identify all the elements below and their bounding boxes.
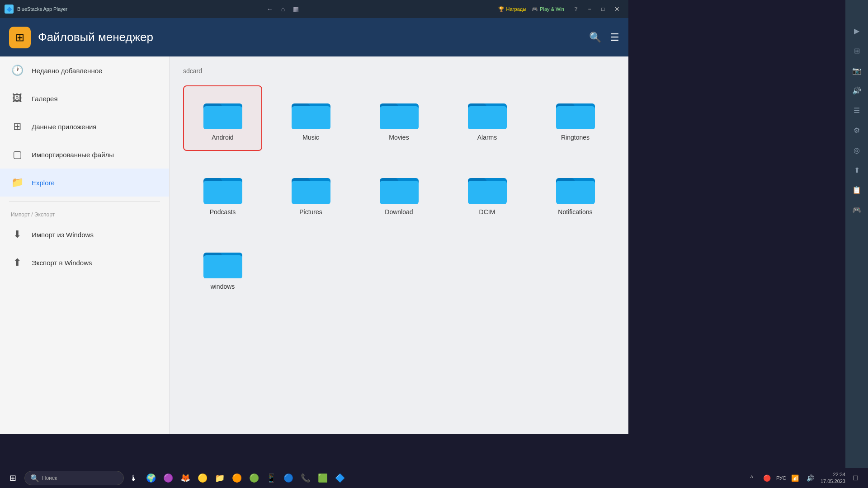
awards-label: Награды	[506, 6, 527, 12]
rs-btn-6[interactable]: ⚙	[849, 122, 865, 138]
taskbar-clock[interactable]: 22:34 17.05.2023	[821, 471, 845, 485]
taskbar-icon-bs[interactable]: 🔷	[332, 470, 348, 486]
taskbar-icon-12[interactable]: 🟩	[315, 470, 331, 486]
maximize-button[interactable]: □	[597, 3, 609, 15]
play-win-section: 🎮 Play & Win	[532, 6, 564, 12]
sidebar-divider	[9, 201, 160, 202]
main-content: sdcard Android Music	[170, 56, 628, 434]
top-bar-nav: ← ⌂ ▦	[264, 4, 301, 14]
taskbar-icon-6[interactable]: 📁	[212, 470, 228, 486]
folder-icon-windows	[203, 244, 243, 278]
folder-name-download: Download	[385, 208, 413, 216]
rs-btn-5[interactable]: ☰	[849, 102, 865, 118]
svg-rect-5	[380, 106, 419, 129]
folder-icon-podcasts	[203, 170, 243, 204]
sidebar-recent-label: Недавно добавленное	[32, 67, 102, 75]
folder-item-music[interactable]: Music	[271, 85, 350, 151]
sort-button[interactable]: ☰	[610, 32, 619, 43]
folder-item-pictures[interactable]: Pictures	[271, 160, 350, 225]
close-button[interactable]: ✕	[610, 3, 624, 15]
folder-icon-android	[203, 95, 243, 129]
search-button[interactable]: 🔍	[589, 32, 601, 43]
folder-item-dcim[interactable]: DCIM	[448, 160, 527, 225]
folder-item-alarms[interactable]: Alarms	[448, 85, 527, 151]
taskbar-time: 22:34	[833, 471, 845, 478]
taskbar-icon-7[interactable]: 🟠	[229, 470, 245, 486]
rs-btn-7[interactable]: ◎	[849, 142, 865, 158]
taskbar-icon-9[interactable]: 📱	[263, 470, 279, 486]
taskbar-icon-2[interactable]: 🌍	[143, 470, 159, 486]
folder-name-podcasts: Podcasts	[210, 208, 236, 216]
recent-icon: 🕐	[11, 65, 24, 76]
svg-rect-11	[203, 181, 242, 204]
folder-name-music: Music	[302, 134, 319, 141]
sidebar-item-appdata[interactable]: ⊞ Данные приложения	[0, 113, 169, 141]
tray-volume-icon[interactable]: 🔊	[804, 472, 817, 484]
import-export-section-label: Импорт / Экспорт	[0, 206, 169, 221]
folder-item-windows[interactable]: windows	[183, 235, 262, 300]
taskbar-icon-10[interactable]: 🔵	[280, 470, 297, 486]
rs-btn-2[interactable]: ⊞	[849, 42, 865, 59]
taskbar-icon-11[interactable]: 📞	[297, 470, 314, 486]
taskbar-icon-1[interactable]: 🌡	[126, 470, 142, 486]
sidebar-appdata-label: Данные приложения	[32, 123, 96, 131]
folder-name-android: Android	[212, 134, 233, 141]
rs-btn-1[interactable]: ▶	[849, 23, 865, 39]
folder-item-notifications[interactable]: Notifications	[536, 160, 615, 225]
folder-name-pictures: Pictures	[299, 208, 322, 216]
svg-rect-19	[556, 181, 595, 204]
tray-up-icon[interactable]: ^	[745, 472, 758, 484]
sidebar-item-import[interactable]: ⬇ Импорт из Windows	[0, 221, 169, 249]
rs-btn-3[interactable]: 📷	[849, 62, 865, 79]
breadcrumb: sdcard	[183, 67, 615, 75]
taskbar: ⊞ 🔍 Поиск 🌡 🌍 🟣 🦊 🟡 📁 🟠 🟢 📱 🔵 📞 🟩 🔷 ^ 🔴 …	[0, 468, 868, 488]
sidebar-gallery-label: Галерея	[32, 95, 58, 103]
taskbar-icon-8[interactable]: 🟢	[246, 470, 262, 486]
sidebar-item-export[interactable]: ⬆ Экспорт в Windows	[0, 249, 169, 277]
rs-btn-4[interactable]: 🔊	[849, 82, 865, 99]
taskbar-icon-3[interactable]: 🟣	[160, 470, 176, 486]
sidebar-item-recent[interactable]: 🕐 Недавно добавленное	[0, 56, 169, 84]
start-button[interactable]: ⊞	[3, 468, 23, 488]
folder-name-ringtones: Ringtones	[561, 134, 590, 141]
notification-area-button[interactable]: ☐	[849, 472, 862, 484]
folder-item-ringtones[interactable]: Ringtones	[536, 85, 615, 151]
rs-btn-10[interactable]: 🎮	[849, 202, 865, 218]
tray-alert-icon[interactable]: 🔴	[761, 472, 774, 484]
awards-icon: 🏆	[498, 6, 505, 12]
appdata-icon: ⊞	[11, 121, 24, 132]
sidebar-export-label: Экспорт в Windows	[32, 259, 92, 267]
folder-item-movies[interactable]: Movies	[359, 85, 439, 151]
rs-btn-9[interactable]: 📋	[849, 182, 865, 198]
help-button[interactable]: ?	[570, 3, 582, 15]
rs-btn-8[interactable]: ⬆	[849, 162, 865, 178]
folder-name-dcim: DCIM	[479, 208, 495, 216]
taskbar-icon-4[interactable]: 🦊	[177, 470, 193, 486]
folder-icon-ringtones	[555, 95, 596, 129]
folder-item-podcasts[interactable]: Podcasts	[183, 160, 262, 225]
grid-button[interactable]: ▦	[291, 4, 301, 14]
taskbar-icon-5[interactable]: 🟡	[194, 470, 211, 486]
sidebar-import-label: Импорт из Windows	[32, 231, 94, 239]
svg-rect-7	[468, 106, 507, 129]
folder-name-notifications: Notifications	[558, 208, 592, 216]
sidebar-item-gallery[interactable]: 🖼 Галерея	[0, 84, 169, 113]
folder-item-download[interactable]: Download	[359, 160, 439, 225]
sidebar: 🕐 Недавно добавленное 🖼 Галерея ⊞ Данные…	[0, 56, 170, 434]
awards-section: 🏆 Награды	[498, 6, 527, 12]
back-button[interactable]: ←	[264, 4, 275, 14]
taskbar-search-icon: 🔍	[30, 474, 39, 483]
minimize-button[interactable]: −	[583, 3, 596, 15]
folder-name-movies: Movies	[389, 134, 409, 141]
folder-item-android[interactable]: Android	[183, 85, 262, 151]
sidebar-item-explore[interactable]: 📁 Explore	[0, 169, 169, 197]
sidebar-explore-label: Explore	[32, 179, 55, 187]
taskbar-search[interactable]: 🔍 Поиск	[24, 471, 124, 485]
import-icon: ⬇	[11, 229, 24, 240]
sidebar-item-imported[interactable]: ▢ Импортированные файлы	[0, 141, 169, 169]
sidebar-imported-label: Импортированные файлы	[32, 151, 114, 159]
home-button[interactable]: ⌂	[279, 4, 287, 14]
top-bar-right: 🏆 Награды 🎮 Play & Win ? − □ ✕	[498, 3, 624, 15]
tray-network-icon[interactable]: 📶	[789, 472, 802, 484]
file-manager-icon: ⊞	[9, 27, 31, 48]
